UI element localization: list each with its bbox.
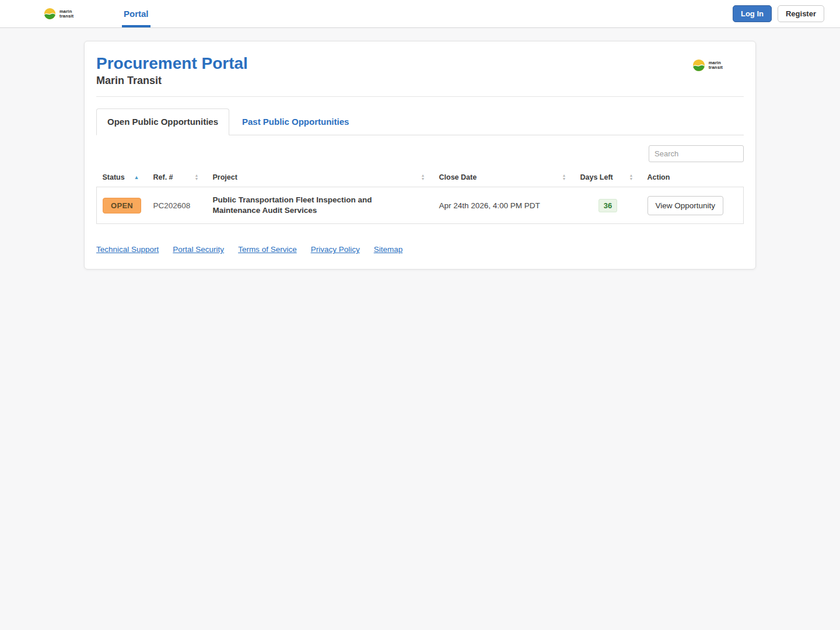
status-badge: OPEN: [103, 198, 141, 214]
nav-actions: Log In Register: [733, 0, 824, 27]
marin-transit-logo-icon: [692, 59, 705, 72]
opportunities-table: Status▲▼ Ref. #▲▼ Project▲▼ Close Date▲▼…: [96, 168, 744, 224]
tab-past-public-opportunities[interactable]: Past Public Opportunities: [231, 108, 360, 135]
marin-transit-logo-text: marin transit: [709, 61, 723, 70]
footer-links: Technical Support Portal Security Terms …: [96, 245, 744, 254]
marin-transit-logo: marin transit: [44, 0, 94, 27]
card-header: Procurement Portal Marin Transit marin t…: [96, 52, 744, 87]
page-title: Procurement Portal: [96, 54, 248, 73]
nav-tab-portal[interactable]: Portal: [122, 0, 150, 27]
sort-icon: ▲▼: [629, 174, 634, 181]
days-left-badge: 36: [598, 199, 617, 212]
search-input[interactable]: [649, 145, 744, 162]
ref-cell: PC202608: [148, 187, 207, 224]
sort-icon: ▲▼: [421, 174, 425, 181]
portal-security-link[interactable]: Portal Security: [173, 245, 224, 254]
sitemap-link[interactable]: Sitemap: [374, 245, 403, 254]
close-date-cell: Apr 24th 2026, 4:00 PM PDT: [433, 187, 575, 224]
tab-open-public-opportunities[interactable]: Open Public Opportunities: [96, 108, 229, 135]
procurement-portal-card: Procurement Portal Marin Transit marin t…: [84, 41, 756, 270]
technical-support-link[interactable]: Technical Support: [96, 245, 159, 254]
marin-transit-logo-icon: [44, 8, 56, 20]
header-divider: [96, 96, 744, 97]
opportunities-tabs: Open Public Opportunities Past Public Op…: [96, 108, 744, 135]
column-header-close-date[interactable]: Close Date▲▼: [433, 168, 575, 187]
sort-icon: ▲▼: [195, 174, 199, 181]
table-row: OPEN PC202608 Public Transportation Flee…: [97, 187, 744, 224]
project-cell: Public Transportation Fleet Inspection a…: [207, 187, 433, 224]
days-left-cell: 36: [575, 187, 642, 224]
table-header-row: Status▲▼ Ref. #▲▼ Project▲▼ Close Date▲▼…: [97, 168, 744, 187]
top-navigation-bar: marin transit Portal Log In Register: [0, 0, 840, 28]
privacy-policy-link[interactable]: Privacy Policy: [311, 245, 360, 254]
page-subtitle: Marin Transit: [96, 75, 248, 87]
terms-of-service-link[interactable]: Terms of Service: [238, 245, 297, 254]
sort-icon: ▲▼: [134, 175, 139, 180]
register-button[interactable]: Register: [778, 5, 824, 22]
sort-icon: ▲▼: [562, 174, 566, 181]
card-logo: marin transit: [692, 59, 723, 72]
marin-transit-logo-text: marin transit: [60, 9, 74, 19]
column-header-project[interactable]: Project▲▼: [207, 168, 433, 187]
column-header-ref[interactable]: Ref. #▲▼: [148, 168, 207, 187]
column-header-action: Action▲▼: [642, 168, 744, 187]
login-button[interactable]: Log In: [733, 5, 772, 22]
column-header-days-left[interactable]: Days Left▲▼: [575, 168, 642, 187]
view-opportunity-button[interactable]: View Opportunity: [648, 196, 724, 215]
search-row: [96, 145, 744, 162]
action-cell: View Opportunity: [642, 187, 744, 224]
status-cell: OPEN: [97, 187, 148, 224]
column-header-status[interactable]: Status▲▼: [97, 168, 148, 187]
